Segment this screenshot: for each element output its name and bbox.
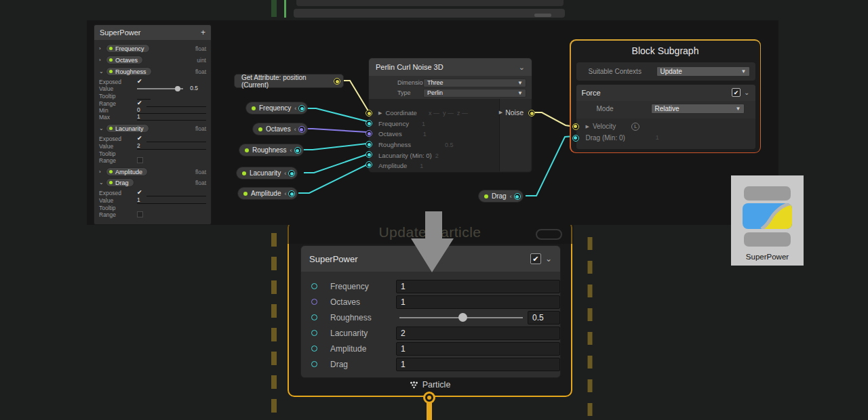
param-node-roughness[interactable]: Roughness‹: [239, 144, 304, 156]
collapse-chevron-icon[interactable]: ‹: [284, 190, 286, 197]
vfx-graph-scene: Update Particle SuperPower ✔ ⌄ Frequency…: [0, 0, 868, 420]
perlin-input-frequency: Frequency1: [378, 119, 425, 128]
output-port-icon[interactable]: [514, 193, 521, 200]
type-dropdown[interactable]: Perlin▼: [423, 89, 526, 98]
asset-icon-graphic: [743, 203, 792, 229]
add-property-button[interactable]: +: [201, 28, 205, 37]
max-field[interactable]: 1: [137, 113, 206, 121]
block-subgraph-title: Block Subgraph: [571, 45, 760, 56]
collapse-chevron-icon[interactable]: ⌄: [99, 68, 106, 75]
expand-chevron-icon[interactable]: ›: [99, 169, 106, 175]
perlin-input-amplitude: Amplitude1: [378, 161, 423, 170]
suitable-contexts-label: Suitable Contexts: [576, 68, 656, 75]
perlin-curl-noise-node[interactable]: Perlin Curl Noise 3D ⌄ Dimensions Three▼…: [368, 58, 532, 173]
asset-thumbnail-card[interactable]: SuperPower: [731, 175, 804, 266]
exposed-dot-icon: [109, 181, 113, 184]
property-type: float: [195, 125, 206, 132]
amplitude-port-icon[interactable]: [366, 161, 372, 168]
perlin-input-lacunarity: Lacunarity (Min: 0)2: [378, 151, 439, 160]
suitable-contexts-dropdown[interactable]: Update▼: [656, 66, 750, 77]
property-name: Lacunarity: [115, 125, 144, 132]
collapse-chevron-icon[interactable]: ‹: [290, 147, 292, 154]
collapse-chevron-icon[interactable]: ‹: [294, 105, 296, 112]
velocity-port-icon[interactable]: [572, 123, 579, 130]
exposed-dot-icon: [109, 58, 113, 62]
bb-property-drag[interactable]: ⌄ Drag float: [99, 178, 206, 187]
output-port-icon[interactable]: [298, 105, 305, 112]
param-node-amplitude[interactable]: Amplitude‹: [237, 187, 298, 200]
perlin-input-octaves: Octaves1: [378, 129, 427, 138]
param-node-frequency[interactable]: Frequency‹: [245, 102, 308, 114]
force-input-velocity: ▶ Velocity L: [586, 123, 640, 131]
dropdown-arrow-icon: ▼: [517, 90, 523, 96]
collapse-chevron-icon[interactable]: ‹: [294, 126, 296, 133]
bb-roughness-max: Max1: [99, 112, 206, 121]
coordinate-port-icon[interactable]: [366, 110, 372, 117]
mode-label: Mode: [576, 105, 651, 112]
local-space-badge[interactable]: L: [631, 123, 639, 131]
property-type: float: [195, 180, 206, 186]
collapse-chevron-icon[interactable]: ‹: [284, 170, 286, 177]
bb-property-octaves[interactable]: › Octaves uint: [99, 56, 206, 64]
force-block-title: Force: [582, 89, 601, 97]
exposed-checkbox[interactable]: ✔: [137, 135, 142, 142]
block-subgraph-node[interactable]: Block Subgraph Suitable Contexts Update▼…: [570, 39, 761, 153]
get-attribute-output-port-icon[interactable]: [334, 78, 340, 85]
dimensions-dropdown[interactable]: Three▼: [423, 79, 526, 87]
bb-property-lacunarity[interactable]: ⌄ Lacunarity float: [99, 124, 206, 133]
expander-arrow-icon[interactable]: ▶: [499, 110, 502, 115]
range-checkbox[interactable]: [137, 211, 143, 217]
output-port-icon[interactable]: [298, 126, 305, 133]
exposed-dot-icon: [484, 194, 488, 198]
perlin-input-roughness: Roughness0.5: [378, 140, 454, 149]
dropdown-arrow-icon: ▼: [736, 106, 741, 112]
perlin-input-coordinate: ▶ Coordinate x ― y ― z ―: [378, 108, 468, 117]
output-port-icon[interactable]: [294, 147, 301, 154]
force-enabled-checkbox[interactable]: ✔: [732, 88, 741, 97]
lacunarity-port-icon[interactable]: [366, 151, 372, 158]
bb-property-frequency[interactable]: › Frequency float: [99, 44, 206, 53]
exposed-checkbox[interactable]: ✔: [137, 190, 142, 196]
exposed-dot-icon: [109, 170, 113, 173]
collapse-chevron-icon[interactable]: ⌄: [99, 180, 106, 186]
expand-chevron-icon[interactable]: ›: [99, 45, 106, 51]
range-checkbox[interactable]: [137, 157, 143, 163]
output-port-icon[interactable]: [288, 170, 295, 177]
exposed-dot-icon: [243, 192, 248, 196]
expander-arrow-icon[interactable]: ▶: [586, 124, 589, 129]
exposed-dot-icon: [109, 47, 113, 50]
mode-dropdown[interactable]: Relative▼: [651, 104, 745, 114]
dropdown-arrow-icon: ▼: [741, 68, 747, 75]
asset-thumbnail-label: SuperPower: [731, 253, 804, 261]
perlin-node-header[interactable]: Perlin Curl Noise 3D ⌄: [369, 58, 532, 76]
bb-property-roughness[interactable]: ⌄ Roughness float: [99, 67, 206, 76]
expander-arrow-icon[interactable]: ▶: [378, 110, 382, 116]
frequency-port-icon[interactable]: [366, 120, 372, 127]
output-port-icon[interactable]: [288, 190, 295, 197]
property-type: uint: [197, 57, 206, 64]
suitable-contexts-row: Suitable Contexts Update▼: [576, 62, 755, 81]
collapse-chevron-icon[interactable]: ⌄: [519, 63, 525, 72]
force-block[interactable]: Force ✔ ⌄ Mode Relative▼ ▶ Velocity L: [576, 85, 755, 149]
perlin-node-title: Perlin Curl Noise 3D: [376, 63, 443, 71]
noise-output-port-icon[interactable]: [528, 110, 535, 117]
blackboard-header: SuperPower +: [94, 25, 211, 40]
param-node-drag[interactable]: Drag‹: [478, 190, 524, 203]
asset-icon-top-bar: [744, 186, 791, 201]
force-drag-port-icon[interactable]: [572, 135, 579, 142]
force-collapse-chevron-icon[interactable]: ⌄: [744, 89, 749, 96]
param-node-octaves[interactable]: Octaves‹: [252, 123, 308, 135]
param-node-lacunarity[interactable]: Lacunarity‹: [236, 167, 298, 180]
type-label: Type: [369, 89, 423, 96]
expand-chevron-icon[interactable]: ›: [99, 57, 106, 63]
collapse-chevron-icon[interactable]: ‹: [510, 193, 512, 200]
transform-arrow: [403, 207, 465, 278]
perlin-output-noise: ▶ Noise: [499, 108, 524, 117]
blackboard-panel[interactable]: SuperPower + › Frequency float › Octaves…: [94, 24, 212, 225]
get-attribute-node[interactable]: Get Attribute: position (Current): [234, 74, 344, 88]
bb-property-amplitude[interactable]: › Amplitude float: [99, 167, 206, 176]
roughness-port-icon[interactable]: [366, 141, 372, 148]
octaves-port-icon[interactable]: [366, 130, 372, 137]
collapse-chevron-icon[interactable]: ⌄: [99, 125, 106, 131]
property-type: float: [195, 169, 206, 175]
